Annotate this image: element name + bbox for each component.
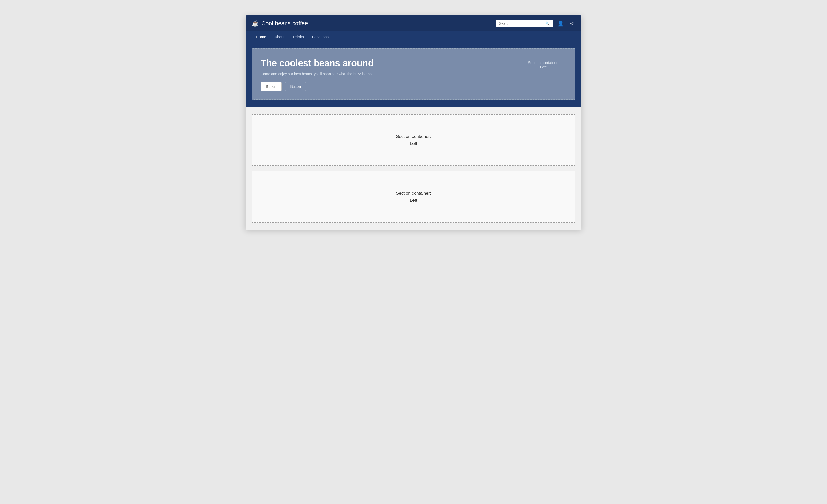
user-icon: 👤 xyxy=(557,20,564,26)
section-label-1-line1: Section container: xyxy=(396,134,431,139)
hero-button-2[interactable]: Button xyxy=(285,82,306,91)
search-icon: 🔍 xyxy=(545,21,550,25)
nav-locations[interactable]: Locations xyxy=(308,32,333,42)
section-label-2: Section container: Left xyxy=(396,190,431,204)
hero-subtitle: Come and enjoy our best beans, you'll so… xyxy=(260,72,520,76)
hero-section-label-line1: Section container: xyxy=(528,60,559,65)
settings-icon: ⚙ xyxy=(570,20,574,26)
nav-home[interactable]: Home xyxy=(252,32,270,42)
nav-about[interactable]: About xyxy=(270,32,289,42)
browser-window: ☕ Cool beans coffee 🔍 👤 ⚙ Home About Dri… xyxy=(246,15,581,230)
section-label-2-line1: Section container: xyxy=(396,191,431,196)
hero-section-label: Section container: Left xyxy=(520,60,567,69)
hero-section: The coolest beans around Come and enjoy … xyxy=(246,43,581,107)
section-container-2: Section container: Left xyxy=(252,171,575,223)
section-label-1: Section container: Left xyxy=(396,133,431,147)
navbar-top: ☕ Cool beans coffee 🔍 👤 ⚙ xyxy=(246,15,581,32)
user-button[interactable]: 👤 xyxy=(556,20,565,27)
nav-drinks[interactable]: Drinks xyxy=(289,32,308,42)
settings-button[interactable]: ⚙ xyxy=(569,20,575,27)
search-box[interactable]: 🔍 xyxy=(496,20,553,27)
hero-buttons: Button Button xyxy=(260,82,520,91)
search-input[interactable] xyxy=(499,21,543,25)
brand-name: Cool beans coffee xyxy=(261,20,308,27)
hero-button-1[interactable]: Button xyxy=(260,82,282,91)
hero-left: The coolest beans around Come and enjoy … xyxy=(260,58,520,91)
main-content: Section container: Left Section containe… xyxy=(246,107,581,230)
section-label-1-line2: Left xyxy=(410,141,417,146)
hero-section-label-line2: Left xyxy=(540,65,546,69)
section-container-1: Section container: Left xyxy=(252,114,575,166)
coffee-icon: ☕ xyxy=(252,20,259,27)
section-label-2-line2: Left xyxy=(410,198,417,203)
hero-inner: The coolest beans around Come and enjoy … xyxy=(252,48,575,100)
brand: ☕ Cool beans coffee xyxy=(252,20,308,27)
hero-title: The coolest beans around xyxy=(260,58,520,69)
navbar-nav: Home About Drinks Locations xyxy=(246,32,581,43)
navbar-right: 🔍 👤 ⚙ xyxy=(496,20,575,27)
